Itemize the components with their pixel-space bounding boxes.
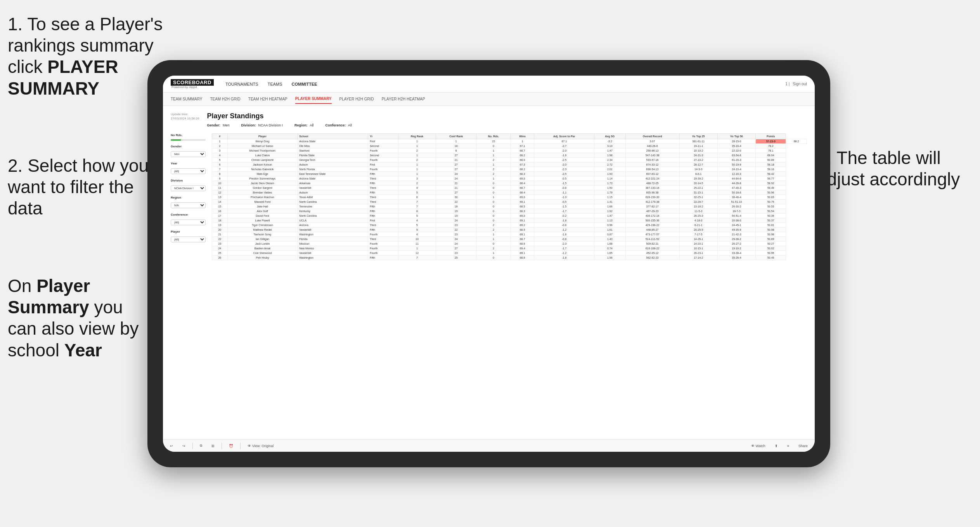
filter-section-player: Player (All)	[171, 230, 206, 242]
col-reg-rank: Reg Rank	[398, 134, 436, 139]
list-btn[interactable]: ≡	[785, 443, 791, 449]
table-row: 1Wenyi DingArizona StateFirst1115167.1-3…	[212, 139, 807, 144]
scoreboard-logo: SCOREBOARD Powered by clippd	[171, 79, 214, 89]
instruction-step2: 2. Select how you want to filter the dat…	[8, 155, 155, 219]
col-rank: #	[212, 134, 228, 139]
table-row: 25Cole SherwoodVanderbiltFourth1223169.1…	[212, 251, 807, 256]
table-row: 18Luke PowellUCLAFirst424069.1-1.81.1350…	[212, 218, 807, 223]
table-row: 19Tiger ChristensenArizonaThird523269.2-…	[212, 223, 807, 228]
nav-left: SCOREBOARD Powered by clippd TOURNAMENTS…	[171, 79, 317, 89]
col-player: Player	[227, 134, 297, 139]
col-yr: Yr	[368, 134, 398, 139]
logo-main-text: SCOREBOARD	[171, 79, 214, 86]
right-panel: # Player School Yr Reg Rank Conf Rank No…	[212, 133, 807, 260]
share-btn[interactable]: Share	[796, 443, 810, 449]
conference-select[interactable]: (All)	[171, 219, 206, 225]
player-select[interactable]: (All)	[171, 237, 206, 242]
watch-btn[interactable]: 👁 Watch	[749, 443, 768, 449]
filter-section-gender: Gender Men Women	[171, 145, 206, 157]
filter-region: Region: All	[294, 123, 314, 127]
copy-btn[interactable]: ⧉	[197, 443, 204, 449]
table-row: 20Matthew RiedelVanderbiltFifth922268.5-…	[212, 228, 807, 232]
table-row: 3Michael ThorbjornsenStanfordFourth28168…	[212, 149, 807, 153]
bottom-toolbar: ↩ ↪ ⧉ ⊞ ⏰ 👁 View: Original 👁 Watch ⬆ ≡ S…	[163, 439, 815, 452]
division-label: Division	[171, 179, 206, 182]
col-school: School	[298, 134, 368, 139]
toolbar-sep2	[222, 443, 222, 449]
table-row: 7Nicholas GabrelcikNorth FloridaFourth12…	[212, 167, 807, 172]
division-select[interactable]: NCAA Division I	[171, 185, 206, 191]
logo-sub-text: Powered by clippd	[171, 86, 214, 89]
table-row: 12Brendan ValdesAuburnFifth527068.4-1.11…	[212, 190, 807, 195]
sub-nav: TEAM SUMMARY TEAM H2H GRID TEAM H2H HEAT…	[163, 93, 815, 106]
sub-nav-team-h2h-heatmap[interactable]: TEAM H2H HEATMAP	[248, 95, 287, 104]
nav-right: 1 | Sign out	[785, 82, 807, 86]
instruction-step1: 1. To see a Player's rankings summary cl…	[8, 14, 171, 99]
region-label: Region	[171, 196, 206, 199]
tablet-device: SCOREBOARD Powered by clippd TOURNAMENTS…	[147, 60, 830, 467]
table-row: 5Christo LamprechtGeorgia TechFourth2212…	[212, 158, 807, 162]
table-row: 16Alex GoffKentuckyFifth819068.3-1.71.92…	[212, 209, 807, 214]
no-rds-label: No Rds.	[171, 133, 206, 137]
player-label: Player	[171, 230, 206, 233]
table-row: 24Bastien AmatNew MexicoFourth127269.4-1…	[212, 246, 807, 251]
filter-conference: Conference: All	[326, 123, 352, 127]
toolbar-sep3	[240, 443, 241, 449]
left-panel: No Rds. Gender Men Women	[171, 133, 206, 260]
nav-item-committee[interactable]: COMMITTEE	[292, 80, 317, 88]
table-row: 11Gordon SargentVanderbiltThird421068.7-…	[212, 186, 807, 190]
export-btn[interactable]: ⬆	[772, 443, 780, 449]
col-no-rds: No. Rds.	[476, 134, 511, 139]
sub-nav-team-h2h-grid[interactable]: TEAM H2H GRID	[210, 95, 241, 104]
sub-nav-player-h2h-grid[interactable]: PLAYER H2H GRID	[339, 95, 374, 104]
slider-fill	[171, 139, 181, 141]
nav-item-teams[interactable]: TEAMS	[268, 80, 282, 88]
filter-gender: Gender: Men	[207, 123, 229, 127]
gender-select[interactable]: Men Women	[171, 151, 206, 157]
standings-title: Player Standings	[207, 112, 807, 120]
instruction-step3: 3. The table will adjust accordingly	[817, 147, 964, 190]
content-header: Update time: 27/03/2024 16:56:26 Player …	[171, 112, 807, 129]
sub-nav-team-summary[interactable]: TEAM SUMMARY	[171, 95, 203, 104]
col-points: Points	[756, 134, 786, 139]
col-conf-rank: Conf Rank	[436, 134, 476, 139]
undo-btn[interactable]: ↩	[168, 443, 175, 449]
region-select[interactable]: N/A All	[171, 202, 206, 208]
slider-container[interactable]	[171, 139, 206, 141]
nav-item-tournaments[interactable]: TOURNAMENTS	[225, 80, 258, 88]
filter-section-conference: Conference (All)	[171, 213, 206, 225]
paste-btn[interactable]: ⊞	[209, 443, 217, 449]
header-center: Player Standings Gender: Men Division: N…	[199, 112, 807, 129]
slider-track	[171, 139, 206, 141]
filter-section-year: Year (All) First Second Third Fourth Fif…	[171, 162, 206, 174]
no-rds-section: No Rds.	[171, 133, 206, 141]
table-row: 9Preston SummerhaysArizona StateThird324…	[212, 176, 807, 181]
table-row: 13Phichaksn MaichonTexas A&MThird630169.…	[212, 195, 807, 200]
content-layout: No Rds. Gender Men Women	[171, 133, 807, 260]
top-nav: SCOREBOARD Powered by clippd TOURNAMENTS…	[163, 76, 815, 93]
col-overall: Overall Record	[625, 134, 679, 139]
table-row: 6Jackson KoivunAuburnFirst127167.3-2.02.…	[212, 162, 807, 167]
table-row: 21Taehoon SongWashingtonFourth423169.1-1…	[212, 232, 807, 237]
table-row: 14Maxwell FordNorth CarolinaThird722069.…	[212, 200, 807, 204]
redo-btn[interactable]: ↪	[180, 443, 188, 449]
table-row: 26Petr HrubyWashingtonFifth725068.6-1.81…	[212, 256, 807, 260]
table-row: 23Jack LundinMissouriFourth1124068.6-2.3…	[212, 242, 807, 246]
clock-btn[interactable]: ⏰	[227, 443, 235, 449]
main-content: Update time: 27/03/2024 16:56:26 Player …	[163, 106, 815, 439]
standings-table: # Player School Yr Reg Rank Conf Rank No…	[212, 133, 807, 260]
sub-nav-player-summary[interactable]: PLAYER SUMMARY	[295, 94, 332, 104]
sub-nav-player-h2h-heatmap[interactable]: PLAYER H2H HEATMAP	[382, 95, 425, 104]
col-avg-sg: Avg SG	[594, 134, 625, 139]
table-row: 2Michael Le SassoOle MissSecond118067.1-…	[212, 144, 807, 149]
filter-section-region: Region N/A All	[171, 196, 206, 208]
view-original-btn[interactable]: 👁 View: Original	[245, 443, 276, 449]
col-vs-top25: Vs Top 25	[679, 134, 717, 139]
year-select[interactable]: (All) First Second Third Fourth Fifth	[171, 168, 206, 174]
table-row: 10Jacob Skov OlesenArkansasFifth221068.4…	[212, 181, 807, 186]
sign-out-link[interactable]: Sign out	[793, 82, 807, 86]
table-row: 8Mats EgeEast Tennessee StateFifth124268…	[212, 172, 807, 176]
tablet-screen: SCOREBOARD Powered by clippd TOURNAMENTS…	[163, 76, 815, 452]
table-header-row: # Player School Yr Reg Rank Conf Rank No…	[212, 134, 807, 139]
filter-row: Gender: Men Division: NCAA Division I Re…	[207, 123, 807, 127]
